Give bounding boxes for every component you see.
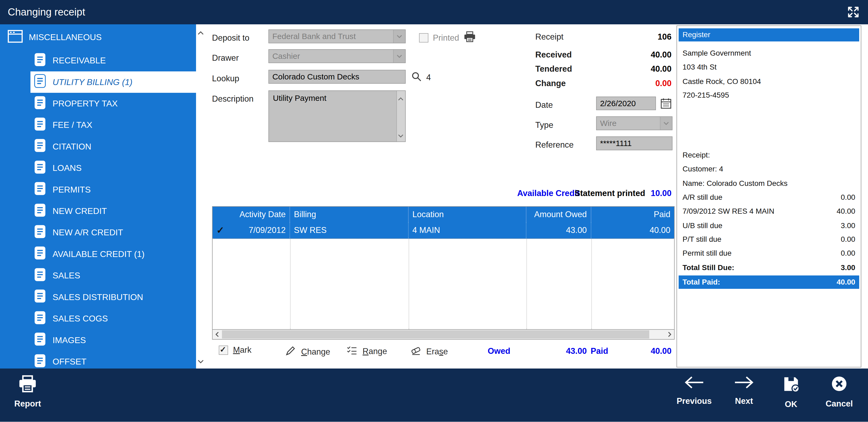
type-select[interactable]: Wire [596, 116, 673, 130]
date-input[interactable]: 2/26/2020 [596, 96, 656, 110]
register-line: Customer: 4 [683, 163, 856, 175]
sidebar-list: RECEIVABLE UTILITY BILLING (1) PROPERTY … [0, 50, 196, 369]
change-label: Change [535, 79, 566, 88]
column-billing[interactable]: Billing [290, 207, 409, 222]
arrow-left-icon [683, 375, 705, 392]
document-icon [34, 289, 46, 305]
register-line: A/R still due0.00 [683, 191, 856, 203]
register-address-line: Sample Government [683, 47, 856, 59]
sidebar: MISCELLANEOUS RECEIVABLE UTILITY BILLING… [0, 24, 206, 368]
scroll-right-icon[interactable] [665, 330, 674, 339]
lookup-result-count: 4 [426, 73, 431, 82]
document-icon [34, 203, 46, 219]
reference-input[interactable]: *****1111 [596, 136, 673, 150]
column-location[interactable]: Location [409, 207, 526, 222]
document-icon [34, 53, 46, 69]
received-label: Received [535, 50, 571, 60]
sidebar-item-loans[interactable]: LOANS [30, 158, 196, 179]
column-amount-owed[interactable]: Amount Owed [526, 207, 591, 222]
sidebar-item-fee-tax[interactable]: FEE / TAX [30, 114, 196, 136]
printer-icon [18, 375, 37, 394]
scroll-down-icon[interactable] [198, 356, 204, 366]
sidebar-item-permits[interactable]: PERMITS [30, 179, 196, 200]
window-title: Changing receipt [8, 6, 85, 18]
report-button[interactable]: Report [8, 375, 48, 409]
description-scrollbar[interactable] [396, 91, 405, 141]
document-icon [34, 74, 46, 90]
change-button[interactable]: Change [285, 345, 330, 358]
register-line: Name: Colorado Custom Decks [683, 177, 856, 190]
register-header: Register [679, 28, 859, 42]
next-button[interactable]: Next [723, 375, 765, 406]
scroll-left-icon[interactable] [213, 330, 222, 339]
available-credit-label: Available Credit [517, 189, 580, 198]
receipt-label: Receipt [535, 32, 563, 42]
sidebar-item-sales[interactable]: SALES [30, 265, 196, 286]
register-line: Permit still due0.00 [683, 247, 856, 259]
sidebar-item-available-credit[interactable]: AVAILABLE CREDIT (1) [30, 243, 196, 265]
document-icon [34, 96, 46, 112]
sidebar-item-receivable[interactable]: RECEIVABLE [30, 50, 196, 72]
column-paid[interactable]: Paid [591, 207, 674, 222]
maximize-icon[interactable] [846, 4, 861, 20]
erase-button[interactable]: Erase [410, 345, 448, 358]
scroll-up-icon[interactable] [198, 27, 204, 37]
sidebar-item-offset[interactable]: OFFSET [30, 351, 196, 368]
deposit-to-label: Deposit to [212, 33, 249, 43]
scrollbar-thumb[interactable] [222, 330, 649, 339]
sidebar-item-new-ar-credit[interactable]: NEW A/R CREDIT [30, 222, 196, 243]
sidebar-item-images[interactable]: IMAGES [30, 330, 196, 351]
deposit-to-select[interactable]: Federal Bank and Trust [269, 29, 406, 43]
register-line: Receipt: [683, 149, 856, 161]
chevron-down-icon [393, 50, 405, 63]
search-icon[interactable] [411, 72, 422, 84]
paid-total-value: 40.00 [651, 346, 672, 356]
sidebar-scrollbar[interactable] [196, 24, 206, 368]
sidebar-item-citation[interactable]: CITATION [30, 136, 196, 157]
cell-amount-owed: 43.00 [526, 222, 591, 238]
tendered-label: Tendered [535, 64, 572, 74]
printed-checkbox[interactable] [419, 33, 428, 43]
document-icon [34, 311, 46, 327]
owed-total-value: 43.00 [566, 346, 587, 356]
sidebar-item-utility-billing[interactable]: UTILITY BILLING (1) [30, 72, 196, 93]
date-label: Date [535, 100, 553, 110]
calendar-icon[interactable] [660, 97, 672, 112]
range-button[interactable]: Range [346, 345, 387, 357]
title-bar: Changing receipt [0, 0, 868, 24]
checkmark-icon [216, 225, 224, 235]
printer-icon[interactable] [464, 31, 476, 45]
document-icon [34, 268, 46, 284]
lookup-input[interactable]: Colorado Custom Decks [269, 70, 406, 84]
cell-billing: SW RES [290, 222, 409, 238]
previous-button[interactable]: Previous [671, 375, 717, 406]
register-panel: Register Sample Government 103 4th St Ca… [677, 25, 861, 367]
scroll-up-icon[interactable] [398, 92, 404, 103]
sidebar-item-property-tax[interactable]: PROPERTY TAX [30, 93, 196, 114]
mark-button[interactable]: Mark [219, 345, 252, 355]
arrow-right-icon [733, 375, 755, 392]
sidebar-item-sales-cogs[interactable]: SALES COGS [30, 308, 196, 329]
checklist-icon [346, 345, 358, 357]
scroll-down-icon[interactable] [398, 130, 404, 140]
document-icon [34, 117, 46, 133]
checkbox-checked-icon [219, 345, 228, 355]
column-activity-date[interactable]: Activity Date [213, 207, 290, 222]
sidebar-group-miscellaneous[interactable]: MISCELLANEOUS [8, 30, 102, 45]
sidebar-item-sales-distribution[interactable]: SALES DISTRIBUTION [30, 286, 196, 308]
receipt-number: 106 [657, 32, 672, 42]
description-textarea[interactable]: Utility Payment [269, 90, 406, 142]
lookup-label: Lookup [212, 74, 239, 83]
cell-location: 4 MAIN [409, 222, 526, 238]
description-label: Description [212, 94, 253, 104]
reference-label: Reference [535, 140, 574, 150]
available-credit-line: Available Credit Statement printed 10.00 [517, 189, 672, 198]
drawer-select[interactable]: Cashier [269, 49, 406, 63]
register-address-line: 720-215-4595 [683, 89, 856, 102]
sidebar-item-new-credit[interactable]: NEW CREDIT [30, 200, 196, 222]
available-credit-value: 10.00 [651, 189, 672, 198]
table-row[interactable]: 7/09/2012 SW RES 4 MAIN 43.00 40.00 [213, 222, 674, 239]
cancel-button[interactable]: Cancel [816, 375, 862, 409]
horizontal-scrollbar[interactable] [213, 329, 674, 339]
ok-button[interactable]: OK [771, 375, 811, 409]
